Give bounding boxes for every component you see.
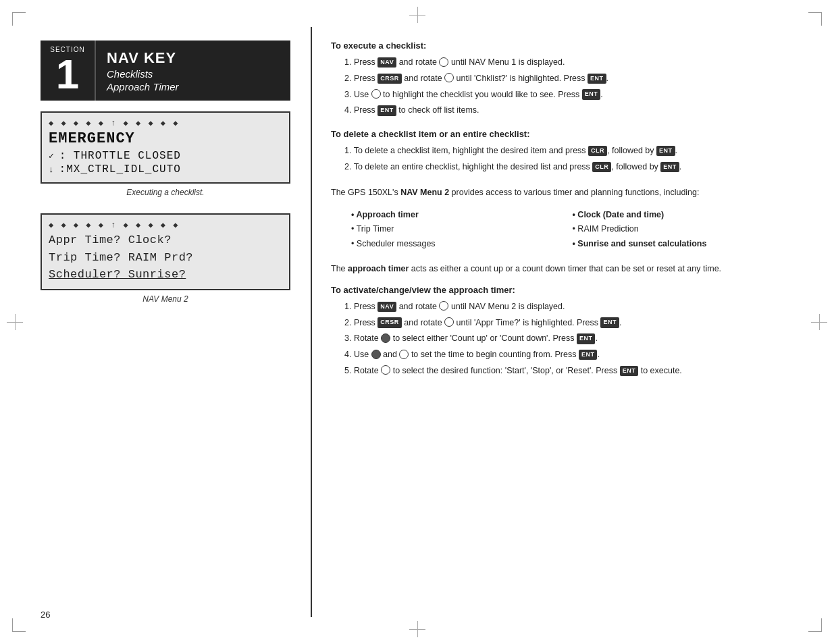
gps-screen-checklist: ◆ ◆ ◆ ◆ ◆ ↑ ◆ ◆ ◆ ◆ ◆ EMERGENCY ✓ : THRO… <box>41 111 290 184</box>
page-number: 26 <box>41 610 50 620</box>
activate-step-1: 1. Press NAV and rotate until NAV Menu 2… <box>344 300 793 313</box>
ent-badge-4: ENT <box>656 146 675 157</box>
execute-step-1: 1. Press NAV and rotate until NAV Menu 1… <box>344 56 793 69</box>
knob-icon-6 <box>399 350 409 359</box>
activate-heading: To activate/change/view the approach tim… <box>331 285 793 295</box>
knob-icon-2 <box>444 73 454 82</box>
screen2-caption: NAV Menu 2 <box>41 294 290 304</box>
crsr-badge-1: CRSR <box>377 74 402 84</box>
nav-menu-row1: Appr Time? Clock? <box>49 232 282 249</box>
nav-menu-screen: ◆ ◆ ◆ ◆ ◆ ↑ ◆ ◆ ◆ ◆ ◆ Appr Time? Clock? … <box>41 213 290 290</box>
nav-badge-1: NAV <box>377 57 396 68</box>
feature-scheduler: Scheduler messages <box>351 238 573 250</box>
approach-timer-para: The approach timer acts as either a coun… <box>331 262 793 275</box>
knob-icon-5 <box>444 317 454 327</box>
feature-columns: Approach timer Trip Timer Scheduler mess… <box>351 209 793 252</box>
nav-menu2-para: The GPS 150XL's NAV Menu 2 provides acce… <box>331 186 793 199</box>
gps-arrow-line: ↓ :MX_CTRL_IDL_CUTO <box>49 163 282 177</box>
feature-trip-timer: Trip Timer <box>351 223 573 236</box>
knob-filled-2 <box>371 350 381 359</box>
clr-badge-2: CLR <box>592 162 611 173</box>
execute-step-2: 2. Press CRSR and rotate until 'Chklist?… <box>344 72 793 85</box>
activate-step-2: 2. Press CRSR and rotate until 'Appr Tim… <box>344 317 793 329</box>
execute-step-3: 3. Use to highlight the checklist you wo… <box>344 88 793 101</box>
execute-checklist-heading: To execute a checklist: <box>331 41 793 51</box>
ent-badge-6: ENT <box>600 317 619 328</box>
delete-checklist-heading: To delete a checklist item or an entire … <box>331 129 793 139</box>
screen1-caption: Executing a checklist. <box>41 188 290 197</box>
section-title-main: NAV KEY <box>107 49 280 67</box>
crosshair-right <box>811 314 827 330</box>
ent-badge-1: ENT <box>588 74 606 84</box>
execute-checklist-list: 1. Press NAV and rotate until NAV Menu 1… <box>331 56 793 117</box>
nav-menu-row2: Trip Time? RAIM Prd? <box>49 249 282 267</box>
clr-badge-1: CLR <box>588 146 607 157</box>
knob-icon-7 <box>381 365 390 375</box>
ent-badge-9: ENT <box>620 366 639 377</box>
knob-icon-4 <box>439 301 448 311</box>
crsr-badge-2: CRSR <box>377 317 402 328</box>
knob-icon-1 <box>439 57 448 67</box>
feature-col-left: Approach timer Trip Timer Scheduler mess… <box>351 209 573 252</box>
section-title-sub1: Checklists <box>107 68 280 80</box>
gps-throttle-text: : THROTTLE CLOSED <box>59 150 181 162</box>
gps-emergency-line: EMERGENCY <box>49 130 282 149</box>
delete-step-2: 2. To delete an entire checklist, highli… <box>344 161 793 173</box>
corner-mark-tr <box>808 12 822 26</box>
crosshair-left <box>7 314 23 330</box>
knob-icon-3 <box>371 89 381 99</box>
gps-mx-text: :MX_CTRL_IDL_CUTO <box>59 163 181 176</box>
ent-badge-5: ENT <box>660 162 679 173</box>
corner-mark-tl <box>12 12 26 26</box>
column-divider <box>311 27 312 617</box>
right-column: To execute a checklist: 1. Press NAV and… <box>331 41 793 390</box>
ent-badge-3: ENT <box>377 105 396 116</box>
feature-sunrise: Sunrise and sunset calculations <box>573 238 794 250</box>
activate-list: 1. Press NAV and rotate until NAV Menu 2… <box>331 300 793 377</box>
section-number: 1 <box>56 53 79 95</box>
ent-badge-2: ENT <box>582 89 601 100</box>
section-label-box: SECTION 1 <box>41 41 95 101</box>
delete-checklist-section: To delete a checklist item or an entire … <box>331 129 793 173</box>
activate-step-4: 4. Use and to set the time to begin coun… <box>344 348 793 361</box>
feature-approach-timer: Approach timer <box>351 209 573 221</box>
nav-badge-2: NAV <box>377 302 396 313</box>
feature-raim: RAIM Prediction <box>573 223 794 236</box>
gps-check-line: ✓ : THROTTLE CLOSED <box>49 149 282 163</box>
crosshair-bottom <box>409 621 425 637</box>
execute-checklist-section: To execute a checklist: 1. Press NAV and… <box>331 41 793 117</box>
ent-badge-7: ENT <box>577 333 596 344</box>
activate-step-5: 5. Rotate to select the desired function… <box>344 365 793 377</box>
activate-section: To activate/change/view the approach tim… <box>331 285 793 377</box>
execute-step-4: 4. Press ENT to check off list items. <box>344 104 793 117</box>
delete-step-1: 1. To delete a checklist item, highlight… <box>344 144 793 157</box>
delete-checklist-list: 1. To delete a checklist item, highlight… <box>331 144 793 173</box>
gps-arrow-mark: ↓ <box>49 165 59 175</box>
section-title-sub2: Approach Timer <box>107 81 280 92</box>
section-header: SECTION 1 NAV KEY Checklists Approach Ti… <box>41 41 290 101</box>
feature-clock: Clock (Date and time) <box>573 209 794 221</box>
gps-dots-1: ◆ ◆ ◆ ◆ ◆ ↑ ◆ ◆ ◆ ◆ ◆ <box>49 118 282 128</box>
left-column: SECTION 1 NAV KEY Checklists Approach Ti… <box>41 41 290 320</box>
ent-badge-8: ENT <box>579 350 598 360</box>
gps-dots-2: ◆ ◆ ◆ ◆ ◆ ↑ ◆ ◆ ◆ ◆ ◆ <box>49 220 282 230</box>
gps-check-mark: ✓ <box>49 151 59 161</box>
corner-mark-bl <box>12 618 26 632</box>
corner-mark-br <box>808 618 822 632</box>
knob-filled-1 <box>381 333 390 343</box>
feature-col-right: Clock (Date and time) RAIM Prediction Su… <box>573 209 794 252</box>
section-title-box: NAV KEY Checklists Approach Timer <box>95 41 290 101</box>
nav-menu-row3: Scheduler? Sunrise? <box>49 266 282 284</box>
activate-step-3: 3. Rotate to select either 'Count up' or… <box>344 332 793 345</box>
crosshair-top <box>409 7 425 23</box>
